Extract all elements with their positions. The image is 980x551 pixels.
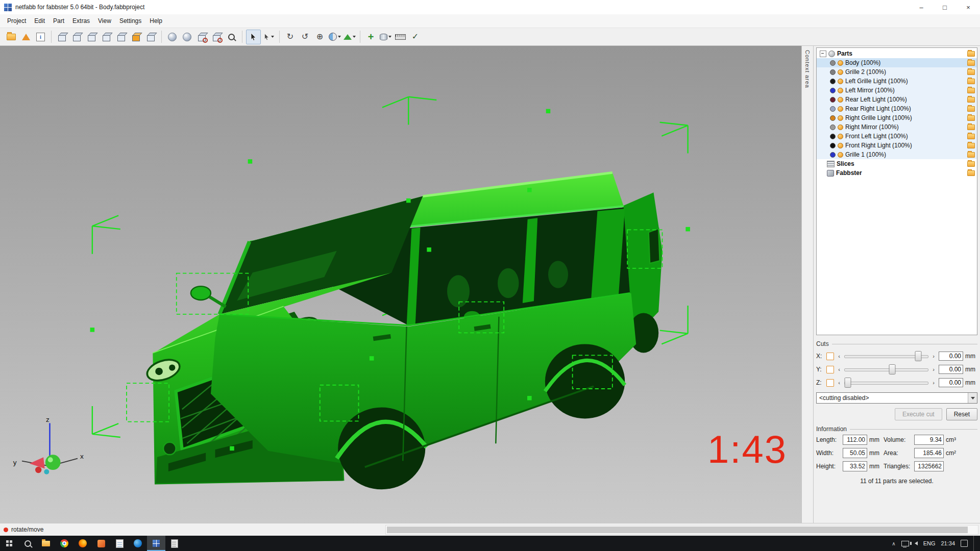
cut-y-decrease-button[interactable]: ‹: [836, 367, 842, 372]
part-row-grille-2[interactable]: Grille 2 (100%): [817, 67, 977, 77]
tray-expand-icon[interactable]: ∧: [892, 541, 895, 546]
show-desktop-button[interactable]: [973, 536, 976, 551]
menu-item-settings[interactable]: Settings: [115, 14, 145, 28]
3d-scene[interactable]: [0, 46, 801, 523]
part-folder-icon[interactable]: [967, 152, 975, 158]
menu-item-view[interactable]: View: [94, 14, 115, 28]
part-row-right-grille-light[interactable]: Right Grille Light (100%): [817, 113, 977, 122]
view-standard-7-button[interactable]: [144, 30, 158, 44]
chevron-down-icon[interactable]: [968, 393, 977, 403]
platform-view-button[interactable]: [342, 30, 356, 44]
display-icon[interactable]: [901, 541, 909, 546]
view-standard-2-button[interactable]: [70, 30, 84, 44]
slices-row[interactable]: Slices: [817, 159, 977, 168]
part-folder-icon[interactable]: [967, 97, 975, 103]
part-info-button[interactable]: i: [34, 30, 47, 44]
rear-light[interactable]: [649, 229, 660, 263]
part-folder-icon[interactable]: [967, 134, 975, 139]
cut-y-value-input[interactable]: [939, 365, 963, 374]
part-folder-icon[interactable]: [967, 115, 975, 121]
calculator-button[interactable]: [165, 536, 184, 551]
part-row-body[interactable]: Body (100%): [817, 58, 977, 67]
part-row-front-left-light[interactable]: Front Left Light (100%): [817, 132, 977, 141]
scrollbar-thumb[interactable]: [387, 527, 968, 533]
section-view-button[interactable]: [328, 30, 341, 44]
measure-button[interactable]: [394, 30, 407, 44]
cut-z-decrease-button[interactable]: ‹: [836, 380, 842, 386]
apply-button[interactable]: ✓: [408, 30, 422, 44]
view-standard-5-button[interactable]: [114, 30, 128, 44]
edge-button[interactable]: [129, 536, 147, 551]
speaker-icon[interactable]: [915, 541, 918, 545]
select-cursor-button[interactable]: [246, 30, 261, 44]
zoom-button[interactable]: [225, 30, 238, 44]
cutting-mode-dropdown[interactable]: <cutting disabled>: [816, 392, 977, 404]
start-button[interactable]: [0, 536, 18, 551]
slice-tool-button[interactable]: [379, 30, 393, 44]
shade-mode-button[interactable]: [165, 30, 179, 44]
rotate-ccw-button[interactable]: ↺: [298, 30, 312, 44]
part-row-left-mirror[interactable]: Left Mirror (100%): [817, 86, 977, 95]
move-part-button[interactable]: ⊕: [313, 30, 327, 44]
slider-thumb[interactable]: [889, 364, 896, 374]
zoom-all-button[interactable]: [210, 30, 224, 44]
group-folder-icon[interactable]: [967, 170, 975, 176]
minimize-button[interactable]: –: [910, 0, 933, 14]
view-isometric-button[interactable]: [129, 30, 143, 44]
part-row-left-grille-light[interactable]: Left Grille Light (100%): [817, 77, 977, 86]
part-folder-icon[interactable]: [967, 69, 975, 75]
part-folder-icon[interactable]: [967, 106, 975, 112]
file-explorer-button[interactable]: [37, 536, 55, 551]
menu-item-part[interactable]: Part: [49, 14, 68, 28]
cut-z-increase-button[interactable]: ›: [930, 380, 937, 386]
horizontal-scrollbar[interactable]: [385, 525, 978, 535]
slider-thumb[interactable]: [915, 351, 922, 361]
close-button[interactable]: ×: [957, 0, 980, 14]
collapse-expander-icon[interactable]: [820, 51, 826, 57]
chrome-button[interactable]: [55, 536, 74, 551]
cut-z-checkbox[interactable]: [826, 379, 834, 387]
cut-x-increase-button[interactable]: ›: [930, 354, 937, 359]
notepad-button[interactable]: [110, 536, 129, 551]
part-row-rear-right-light[interactable]: Rear Right Light (100%): [817, 104, 977, 113]
firefox-button[interactable]: [74, 536, 92, 551]
part-row-grille-1[interactable]: Grille 1 (100%): [817, 150, 977, 159]
parts-root-row[interactable]: Parts: [817, 49, 977, 58]
execute-cut-button[interactable]: Execute cut: [895, 408, 942, 420]
view-standard-4-button[interactable]: [100, 30, 113, 44]
part-folder-icon[interactable]: [967, 88, 975, 93]
viewport-3d[interactable]: z x y 1:43: [0, 46, 801, 523]
menu-item-help[interactable]: Help: [145, 14, 166, 28]
car-model[interactable]: [144, 172, 663, 489]
part-row-right-mirror[interactable]: Right Mirror (100%): [817, 122, 977, 132]
zoom-to-part-button[interactable]: [195, 30, 209, 44]
action-center-icon[interactable]: [961, 540, 968, 547]
slider-thumb[interactable]: [844, 378, 851, 388]
import-part-button[interactable]: [19, 30, 33, 44]
cut-x-value-input[interactable]: [939, 352, 963, 361]
part-folder-icon[interactable]: [967, 124, 975, 130]
cut-x-checkbox[interactable]: [826, 353, 834, 360]
part-row-front-right-light[interactable]: Front Right Light (100%): [817, 141, 977, 150]
app-shortcut-button[interactable]: [92, 536, 110, 551]
part-folder-icon[interactable]: [967, 79, 975, 84]
cut-z-value-input[interactable]: [939, 378, 963, 387]
lasso-select-button[interactable]: [262, 30, 276, 44]
cut-x-decrease-button[interactable]: ‹: [836, 354, 842, 359]
language-indicator[interactable]: ENG: [923, 540, 936, 546]
menu-item-edit[interactable]: Edit: [30, 14, 49, 28]
part-folder-icon[interactable]: [967, 143, 975, 148]
part-folder-icon[interactable]: [967, 60, 975, 66]
reset-button[interactable]: Reset: [946, 408, 977, 420]
cut-y-increase-button[interactable]: ›: [930, 367, 937, 372]
netfabb-taskbar-button[interactable]: [147, 536, 165, 551]
cut-y-slider[interactable]: [844, 364, 928, 374]
view-standard-1-button[interactable]: [55, 30, 69, 44]
cut-z-slider[interactable]: [844, 378, 928, 388]
cut-x-slider[interactable]: [844, 351, 928, 361]
fabbster-row[interactable]: Fabbster: [817, 168, 977, 178]
context-area-strip[interactable]: Context area: [801, 46, 813, 523]
cut-y-checkbox[interactable]: [826, 366, 834, 373]
maximize-button[interactable]: □: [933, 0, 957, 14]
group-folder-icon[interactable]: [967, 161, 975, 167]
